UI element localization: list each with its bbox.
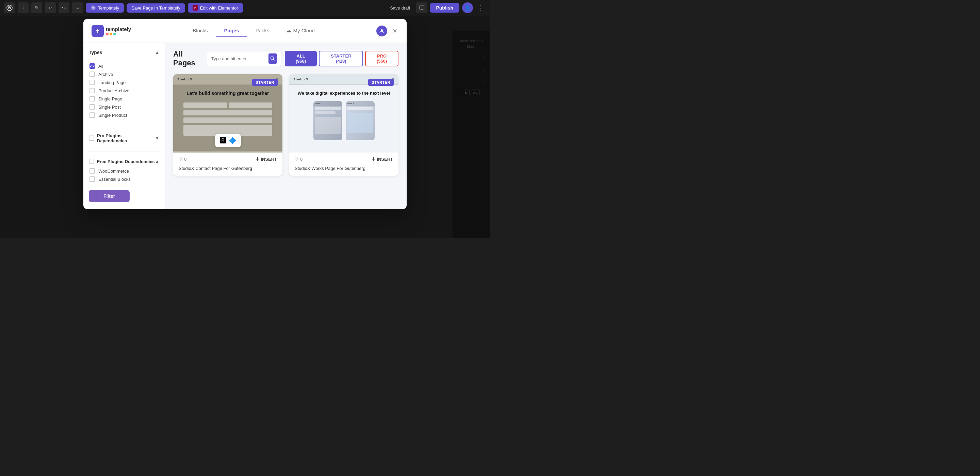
search-button[interactable] (269, 53, 277, 64)
filter-item-woocommerce[interactable]: WooCommerce (89, 167, 159, 175)
form-row-1 (183, 102, 272, 108)
free-plugins-section: Free Plugins Dependencies ▲ WooCommerce … (89, 159, 159, 183)
list-view-button[interactable]: ≡ (72, 2, 83, 13)
checkbox-all[interactable]: ✓ (89, 63, 95, 69)
dot-red (106, 33, 108, 35)
card-1-heart-count: 0 (184, 157, 186, 162)
checkbox-woocommerce[interactable] (89, 168, 95, 174)
filter-item-single-post[interactable]: Single Post (89, 103, 159, 111)
pro-collapse-arrow[interactable]: ▼ (155, 136, 159, 141)
filter-item-essential-blocks[interactable]: Essential Blocks (89, 175, 159, 183)
checkbox-product-archive[interactable] (89, 88, 95, 93)
card-2-insert-label: INSERT (377, 157, 393, 162)
tab-blocks[interactable]: Blocks (185, 24, 216, 37)
checkbox-archive[interactable] (89, 72, 95, 77)
insert-icon-2: ⬇ (372, 157, 375, 162)
checkbox-single-post[interactable] (89, 104, 95, 110)
label-single-post: Single Post (98, 104, 121, 110)
wp-logo-button[interactable]: W (4, 2, 15, 13)
checkbox-free-plugins[interactable] (89, 159, 94, 164)
main-content: basic building block ⋮ ⋮ ⇌ L XL ⌄ (0, 16, 490, 238)
undo-button[interactable]: ↩ (45, 2, 56, 13)
tab-pages[interactable]: Pages (216, 24, 247, 37)
modal-body: Types ▲ ✓ All Archive (83, 43, 407, 209)
preview-button[interactable] (416, 2, 427, 13)
free-collapse-arrow[interactable]: ▲ (155, 159, 159, 164)
types-collapse-arrow[interactable]: ▲ (155, 50, 159, 55)
svg-text:T: T (92, 6, 94, 10)
profile-icon[interactable] (376, 26, 387, 37)
edit-icon-button[interactable]: ✎ (31, 2, 42, 13)
edit-elementor-button[interactable]: E Edit with Elementor (188, 3, 243, 13)
tab-mycloud[interactable]: ☁ My Cloud (278, 24, 323, 37)
card-2-heart-button[interactable]: ♡ 0 (295, 157, 302, 162)
close-modal-button[interactable]: × (391, 26, 398, 36)
pro-plugins-title: Pro Plugins Dependencies (97, 133, 153, 143)
card-2: Studio X ≡ We take digital experiences t… (289, 74, 398, 176)
checkbox-essential-blocks[interactable] (89, 176, 95, 182)
svg-text:W: W (8, 6, 11, 10)
filter-tab-pro[interactable]: PRO (550) (365, 51, 398, 66)
label-essential-blocks: Essential Blocks (98, 177, 130, 182)
checkbox-landing[interactable] (89, 80, 95, 85)
pro-plugins-header: Pro Plugins Dependencies (89, 133, 153, 143)
logo-icon (92, 25, 104, 37)
modal-nav: Blocks Pages Packs ☁ My Cloud (138, 24, 369, 37)
card-1-insert-label: INSERT (261, 157, 277, 162)
heart-icon-2: ♡ (295, 157, 299, 162)
filter-item-landing[interactable]: Landing Page (89, 78, 159, 86)
filter-sidebar: Types ▲ ✓ All Archive (83, 43, 165, 209)
templately-button[interactable]: T Templately (86, 3, 124, 13)
card-1-preview[interactable]: Studio X ≡ Let's build something great t… (173, 74, 282, 153)
search-input[interactable] (211, 56, 266, 61)
cards-grid: Studio X ≡ Let's build something great t… (173, 74, 398, 176)
save-page-button[interactable]: Save Page In Templately (127, 3, 185, 13)
filter-item-product-archive[interactable]: Product Archive (89, 86, 159, 95)
logo-text: templately (106, 26, 131, 32)
more-options-button[interactable]: ⋮ (476, 3, 486, 13)
filter-tab-starter[interactable]: STARTER (418) (319, 51, 363, 66)
all-pages-title: All Pages (173, 50, 207, 67)
card-1-heading: Let's build something great together (186, 90, 269, 97)
divider-1 (89, 126, 159, 126)
search-and-filters: ALL (968) STARTER (418) PRO (550) (207, 51, 398, 66)
card-1-insert-button[interactable]: ⬇ INSERT (256, 157, 277, 162)
card-1-studio-logo: Studio X (177, 78, 192, 81)
card-1-heart-button[interactable]: ♡ 0 (179, 157, 186, 162)
card-2-insert-button[interactable]: ⬇ INSERT (372, 157, 393, 162)
publish-button[interactable]: Publish (430, 3, 460, 13)
form-field-last (229, 102, 272, 108)
checkbox-pro-plugins[interactable] (89, 136, 94, 141)
plugin-icon-b: 🅱 (220, 137, 226, 144)
checkbox-single-product[interactable] (89, 112, 95, 118)
card-2-preview[interactable]: Studio X ≡ We take digital experiences t… (289, 74, 398, 153)
phone-left-header: Studio X (313, 101, 342, 106)
card-2-footer: ♡ 0 ⬇ INSERT (289, 153, 398, 166)
checkbox-single-page[interactable] (89, 96, 95, 101)
add-new-button[interactable]: + (18, 2, 29, 13)
redo-button[interactable]: ↪ (59, 2, 69, 13)
modal-overlay: templately Blocks P (0, 16, 490, 238)
filter-item-single-product[interactable]: Single Product (89, 111, 159, 119)
card-2-title: StudioX Works Page For Gutenberg (289, 166, 398, 176)
label-product-archive: Product Archive (98, 88, 129, 93)
card-1: Studio X ≡ Let's build something great t… (173, 74, 282, 176)
label-single-page: Single Page (98, 96, 122, 101)
card-2-actions: ♡ 0 (295, 157, 302, 162)
filter-item-single-page[interactable]: Single Page (89, 95, 159, 103)
save-draft-button[interactable]: Save draft (387, 3, 414, 13)
filter-item-archive[interactable]: Archive (89, 70, 159, 78)
phone-mockups: Studio X (313, 101, 375, 145)
card-2-studio-logo: Studio X (293, 78, 309, 81)
filter-item-all[interactable]: ✓ All (89, 62, 159, 70)
tab-packs[interactable]: Packs (247, 24, 278, 37)
free-plugins-title: Free Plugins Dependencies (97, 159, 155, 164)
content-area: All Pages (165, 43, 407, 209)
label-archive: Archive (98, 72, 113, 77)
edit-elementor-label: Edit with Elementor (200, 5, 238, 11)
user-avatar-button[interactable]: 👤 (462, 2, 473, 13)
filter-tab-all[interactable]: ALL (968) (285, 51, 317, 66)
card-1-badge: STARTER (252, 79, 278, 86)
phone-left-content (313, 106, 342, 135)
filter-button[interactable]: Filter (89, 190, 130, 202)
